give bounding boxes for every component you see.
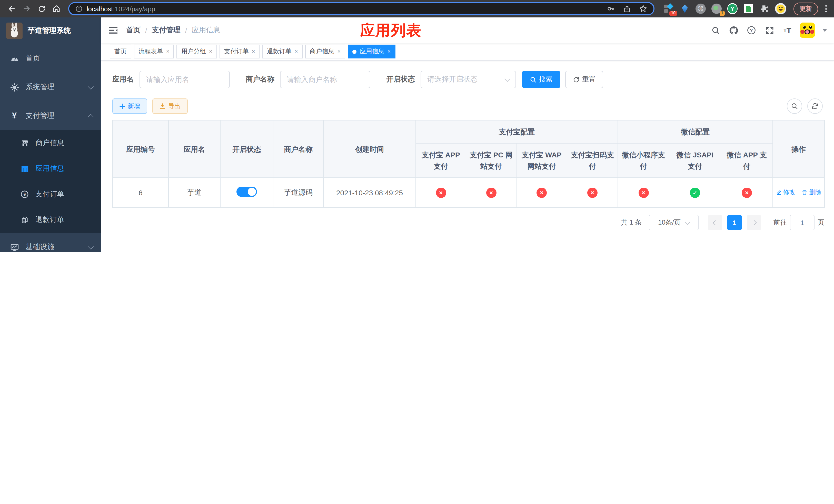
y-extension-icon[interactable]: Y	[727, 4, 738, 14]
sidebar-item-home[interactable]: 首页	[0, 44, 101, 73]
tag-refund-orders[interactable]: 退款订单×	[262, 45, 303, 59]
breadcrumb-home[interactable]: 首页	[126, 26, 140, 35]
chevron-down-icon	[685, 220, 690, 225]
app-name-input[interactable]	[139, 71, 230, 88]
col-header-merchant: 商户名称	[273, 120, 323, 178]
enabled-status-select[interactable]: 请选择开启状态	[421, 71, 516, 88]
tag-app-info[interactable]: 应用信息×	[348, 45, 395, 59]
forward-icon[interactable]	[20, 2, 33, 15]
close-icon[interactable]: ×	[252, 49, 255, 54]
docs-extension-icon[interactable]	[743, 4, 753, 14]
tag-merchant-info[interactable]: 商户信息×	[305, 45, 346, 59]
toggle-search-button[interactable]	[787, 98, 802, 114]
breadcrumb-current: 应用信息	[192, 26, 221, 35]
col-group-wechat: 微信配置	[618, 120, 773, 143]
font-size-icon[interactable]: TT	[782, 25, 793, 36]
browser-menu-icon[interactable]	[825, 5, 827, 12]
grid-icon	[21, 165, 29, 173]
chevron-down-icon	[504, 76, 510, 82]
sidebar-item-payment-orders[interactable]: ¥ 支付订单	[0, 182, 101, 207]
url-bar[interactable]: localhost:1024/pay/app	[68, 2, 655, 15]
sidebar-item-system[interactable]: 系统管理	[0, 73, 101, 101]
browser-update-button[interactable]: 更新	[793, 2, 818, 15]
sidebar-toggle-icon[interactable]	[101, 26, 122, 35]
header-search-icon[interactable]	[710, 25, 721, 36]
command-extension-icon[interactable]: ⌘	[696, 4, 706, 14]
sidebar-item-merchant-info[interactable]: 商户信息	[0, 130, 101, 156]
tag-process-form[interactable]: 流程表单×	[134, 45, 174, 59]
sidebar-item-label: 应用信息	[36, 164, 64, 173]
edit-link[interactable]: 修改	[776, 188, 795, 197]
app-logo: 芋道管理系统	[0, 18, 101, 44]
table-toolbar: 新增 导出	[112, 98, 823, 114]
devtools-extension-icon[interactable]: 10	[664, 4, 674, 14]
help-icon[interactable]: ?	[746, 25, 757, 36]
reset-button[interactable]: 重置	[565, 71, 603, 88]
merchant-name-input[interactable]	[280, 71, 370, 88]
cell-enabled	[220, 178, 273, 207]
user-avatar[interactable]	[799, 23, 815, 38]
page-unit-label: 页	[818, 218, 824, 227]
export-button[interactable]: 导出	[152, 98, 188, 114]
page-title-annotation: 应用列表	[360, 21, 422, 41]
cell-app-id: 6	[113, 178, 169, 207]
recorder-extension-icon[interactable]: 1	[711, 4, 722, 14]
back-icon[interactable]	[5, 2, 18, 15]
delete-link[interactable]: 删除	[802, 188, 821, 197]
next-page-button[interactable]	[747, 215, 761, 230]
prev-page-button[interactable]	[708, 215, 722, 230]
kite-extension-icon[interactable]	[680, 4, 690, 14]
wx-jsapi-status-icon: ✓	[690, 187, 700, 198]
enabled-toggle[interactable]	[237, 187, 257, 197]
tag-home[interactable]: 首页	[110, 45, 131, 59]
close-icon[interactable]: ×	[337, 49, 341, 54]
fullscreen-icon[interactable]	[764, 25, 775, 36]
col-header-enabled: 开启状态	[220, 120, 273, 178]
close-icon[interactable]: ×	[166, 49, 170, 54]
close-icon[interactable]: ×	[209, 49, 212, 54]
extensions-puzzle-icon[interactable]	[759, 4, 769, 14]
monitor-icon	[10, 243, 19, 251]
site-info-icon[interactable]	[75, 5, 83, 12]
sidebar-item-refund-orders[interactable]: 退款订单	[0, 207, 101, 233]
sidebar-item-label: 系统管理	[26, 83, 54, 92]
document-icon	[21, 216, 29, 224]
home-icon[interactable]	[50, 2, 63, 15]
reload-icon[interactable]	[35, 2, 48, 15]
col-header-wx-jsapi: 微信 JSAPI 支付	[669, 143, 721, 178]
wx-app-status-icon: ×	[742, 187, 752, 198]
add-button[interactable]: 新增	[112, 98, 147, 114]
search-button[interactable]: 搜索	[522, 71, 560, 88]
col-header-wx-lite: 微信小程序支付	[618, 143, 669, 178]
cell-merchant: 芋道源码	[273, 178, 323, 207]
breadcrumb-payment[interactable]: 支付管理	[152, 26, 180, 35]
goto-page-input[interactable]	[790, 215, 814, 230]
cell-app-name: 芋道	[169, 178, 220, 207]
chevron-down-icon	[88, 244, 94, 249]
refresh-button[interactable]	[807, 98, 823, 114]
yen-icon: ¥	[10, 111, 19, 121]
tag-user-group[interactable]: 用户分组×	[177, 45, 217, 59]
close-icon[interactable]: ×	[387, 49, 391, 54]
pagination: 共 1 条 10条/页 1 前往 页	[112, 215, 824, 230]
url-text: localhost:1024/pay/app	[87, 5, 155, 13]
bookmark-star-icon[interactable]	[639, 5, 647, 13]
sidebar-item-app-info[interactable]: 应用信息	[0, 156, 101, 182]
share-icon[interactable]	[623, 5, 631, 13]
sidebar-item-payment[interactable]: ¥ 支付管理	[0, 101, 101, 130]
github-icon[interactable]	[728, 25, 739, 36]
tag-payment-orders[interactable]: 支付订单×	[220, 45, 260, 59]
close-icon[interactable]: ×	[295, 49, 298, 54]
col-header-alipay-app: 支付宝 APP 支付	[416, 143, 466, 178]
sidebar-item-label: 支付管理	[26, 111, 54, 120]
app-title: 芋道管理系统	[28, 26, 71, 36]
profile-avatar-icon[interactable]	[775, 3, 786, 14]
table-row: 6 芋道 芋道源码 2021-10-23 08:49:25 × × × × × …	[113, 178, 825, 207]
app-table: 应用编号 应用名 开启状态 商户名称 创建时间 支付宝配置 微信配置 操作 支付…	[112, 120, 825, 208]
password-key-icon[interactable]	[607, 5, 615, 13]
sidebar-item-infrastructure[interactable]: 基础设施	[0, 233, 101, 252]
page-size-select[interactable]: 10条/页	[649, 215, 699, 230]
col-header-app-id: 应用编号	[113, 120, 169, 178]
current-page-button[interactable]: 1	[727, 215, 742, 230]
user-menu-caret-icon[interactable]	[823, 29, 827, 31]
